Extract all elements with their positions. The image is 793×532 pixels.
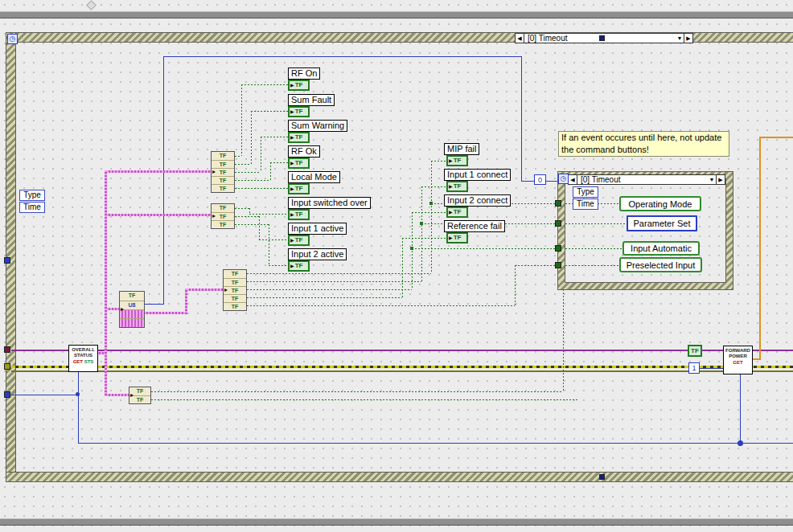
boolean-indicator-terminal[interactable]: ▶TF [446, 155, 468, 166]
forward-power-vi[interactable]: FORWARD POWER GET [723, 346, 753, 374]
boolean-indicator-terminal[interactable]: ▶TF [288, 260, 310, 272]
boolean-wire [270, 162, 288, 163]
numeric-constant-one[interactable]: 1 [688, 362, 700, 374]
boolean-indicator-terminal[interactable]: ▶TF [446, 207, 468, 218]
timeout-constant-zero[interactable]: 0 [534, 174, 546, 185]
terminal-type: TF [295, 186, 303, 192]
control-ref-input-automatic[interactable]: Input Automatic [622, 241, 700, 256]
numeric-wire [740, 374, 741, 443]
unbundle-node[interactable]: TF TF TF TF TF ▸ [223, 269, 247, 311]
numeric-wire [78, 372, 79, 443]
terminal-arrow-icon: ▶ [290, 238, 294, 243]
comment-line: If an event occures until here, not upda… [561, 132, 726, 144]
cluster-wire [107, 308, 119, 310]
terminal-arrow-icon: ▶ [449, 158, 453, 163]
numeric-wire [163, 56, 521, 57]
unbundle-arrow-icon: ▸ [224, 287, 228, 293]
unbundle-node[interactable]: TF TF TF ▸ [211, 203, 235, 229]
cluster-wire [107, 394, 129, 396]
indicator-label: Input 2 active [288, 248, 347, 260]
boolean-indicator-terminal[interactable]: ▶TF [288, 132, 310, 143]
indicator-label: Input 1 active [288, 223, 347, 235]
vi-tag-get: GET [73, 359, 83, 364]
wire-junction [738, 440, 743, 446]
next-case-arrow-icon[interactable]: ▶ [684, 34, 692, 43]
inner-event-case-label[interactable]: [0] Timeout [577, 175, 708, 184]
tunnel [4, 257, 10, 264]
terminal-type: TF [454, 183, 462, 190]
unbundle-arrow-icon: ▸ [212, 213, 216, 219]
cluster-wire [107, 170, 211, 173]
boolean-wire [412, 212, 413, 289]
boolean-indicator-terminal[interactable]: ▶TF [288, 106, 310, 117]
unbundle-row: TF [224, 278, 246, 286]
error-wire [11, 366, 793, 368]
true-constant[interactable]: TF [688, 345, 702, 357]
next-case-arrow-icon[interactable]: ▶ [716, 175, 725, 184]
indicator-label: Input switched over [288, 197, 371, 209]
boolean-wire [241, 84, 288, 85]
tunnel [555, 262, 561, 268]
boolean-wire [431, 161, 432, 273]
control-ref-operating-mode[interactable]: Operating Mode [619, 196, 701, 211]
case-dropdown-icon[interactable]: ▼ [708, 175, 716, 184]
vi-title-line: FORWARD [724, 348, 752, 354]
control-ref-parameter-set[interactable]: Parameter Set [627, 215, 697, 231]
overall-status-vi[interactable]: OVERALL STATUS GET STS [68, 345, 98, 372]
boolean-wire [151, 399, 579, 400]
terminal-type: TF [454, 235, 462, 241]
cluster-wire [187, 289, 223, 291]
boolean-indicator-terminal[interactable]: ▶TF [446, 232, 468, 243]
boolean-indicator-terminal[interactable]: ▶TF [288, 209, 310, 220]
boolean-wire [249, 214, 288, 215]
event-data-field-time[interactable]: Time [19, 202, 45, 213]
numeric-wire [78, 443, 793, 444]
prev-case-arrow-icon[interactable]: ◀ [516, 34, 524, 43]
comment-line: the command buttons! [561, 144, 726, 156]
boolean-wire [247, 289, 412, 290]
terminal-arrow-icon: ▶ [290, 109, 294, 114]
boolean-wire [261, 137, 261, 172]
boolean-wire [235, 156, 241, 157]
event-data-field-type[interactable]: Type [19, 190, 45, 201]
boolean-wire [565, 265, 619, 266]
case-dropdown-icon[interactable]: ▼ [676, 34, 684, 43]
boolean-indicator-terminal[interactable]: ▶TF [446, 181, 468, 192]
boolean-wire [235, 188, 288, 189]
timeout-terminal-icon[interactable]: ◷ [558, 174, 569, 184]
prev-case-arrow-icon[interactable]: ◀ [569, 175, 577, 184]
vi-tag-get: GET [733, 360, 742, 365]
event-data-field-time[interactable]: Time [573, 198, 598, 210]
gray-divider-bottom [0, 518, 793, 526]
boolean-wire [235, 224, 269, 225]
boolean-indicator-terminal[interactable]: ▶TF [288, 183, 310, 194]
vi-tag-sts: STS [84, 359, 94, 364]
gray-divider-top [0, 11, 793, 18]
cluster-wire [105, 170, 107, 396]
boolean-wire [431, 161, 446, 162]
boolean-wire [261, 137, 288, 137]
inner-event-case-selector[interactable]: ◀ [0] Timeout ▼ ▶ [568, 174, 725, 185]
tunnel [4, 363, 10, 370]
terminal-arrow-icon: ▶ [449, 184, 453, 189]
boolean-wire [247, 305, 515, 306]
timeout-terminal-icon[interactable]: ◷ [7, 34, 18, 44]
event-data-field-type[interactable]: Type [573, 186, 598, 198]
numeric-wire [163, 56, 164, 305]
boolean-wire [421, 186, 422, 281]
indicator-label: RF On [288, 68, 320, 80]
control-ref-preselected-input[interactable]: Preselected Input [619, 257, 702, 272]
indicator-label: Sum Fault [288, 94, 335, 106]
unbundle-row: TF [212, 204, 234, 212]
unbundle-node[interactable]: TF TF TF TF TF ▸ [211, 151, 235, 193]
free-label-comment: If an event occures until here, not upda… [558, 131, 729, 157]
unbundle-node[interactable]: TF TF ▸ [129, 387, 151, 404]
boolean-indicator-terminal[interactable]: ▶TF [288, 158, 310, 169]
boolean-wire [565, 248, 622, 249]
tunnel [555, 245, 561, 252]
boolean-indicator-terminal[interactable]: ▶TF [288, 235, 310, 246]
wire-junction [429, 202, 433, 205]
boolean-indicator-terminal[interactable]: ▶TF [288, 80, 310, 91]
unbundle-node[interactable]: TF U8 ▸ [119, 291, 145, 328]
terminal-arrow-icon: ▶ [290, 135, 294, 140]
